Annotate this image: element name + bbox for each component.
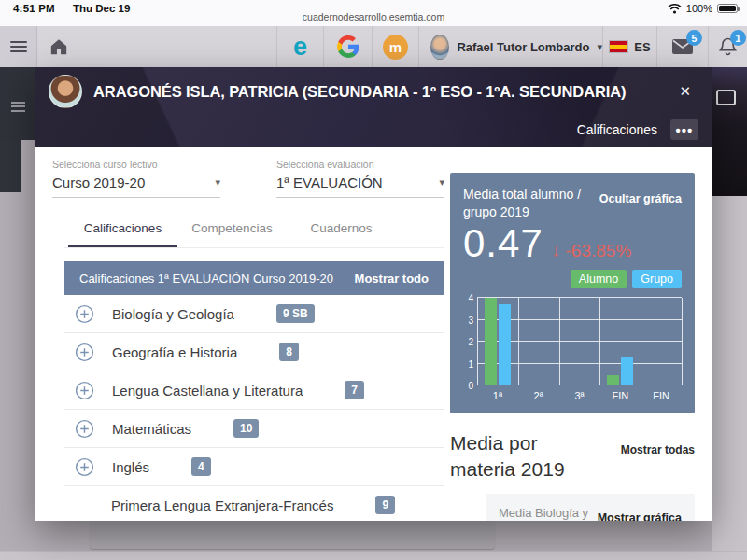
grade-badge: 8 bbox=[279, 343, 299, 361]
subject-label: Primera Lengua Extranjera-Francés bbox=[111, 497, 333, 513]
summary-column: Media total alumno / grupo 2019 Ocultar … bbox=[450, 173, 695, 521]
subject-average-label: Media Biología y Geología bbox=[499, 505, 598, 521]
y-tick-label: 3 bbox=[468, 315, 473, 325]
close-icon[interactable]: ✕ bbox=[671, 77, 698, 105]
google-logo-button[interactable] bbox=[323, 26, 372, 67]
average-chart-card: Media total alumno / grupo 2019 Ocultar … bbox=[450, 173, 695, 413]
tab-bar: Calificaciones Competencias Cuadernos bbox=[64, 212, 444, 248]
course-select-label: Selecciona curso lectivo bbox=[52, 159, 220, 170]
user-name: Rafael Tutor Lombardo bbox=[457, 40, 589, 54]
modal-nav-calificaciones[interactable]: Calificaciones bbox=[577, 122, 657, 137]
subject-label: Biología y Geología bbox=[112, 306, 234, 322]
legend-chip[interactable]: Grupo bbox=[632, 270, 682, 288]
table-row[interactable]: Matemáticas10 bbox=[64, 410, 444, 448]
student-title: ARAGONÉS ISLA, PATRICIA (SECUNDARIA - 1º… bbox=[93, 83, 671, 101]
grades-column: Selecciona curso lectivo Curso 2019-20 ▾… bbox=[52, 159, 446, 521]
dropdown-caret-icon: ▾ bbox=[215, 176, 220, 189]
tab-cuadernos[interactable]: Cuadernos bbox=[287, 212, 396, 247]
more-options-icon[interactable]: ••• bbox=[670, 119, 698, 140]
hamburger-icon bbox=[10, 38, 27, 55]
show-all-subjects-button[interactable]: Mostrar todas bbox=[621, 443, 695, 483]
grade-badge: 9 bbox=[375, 496, 395, 514]
chart-legend: Alumno Grupo bbox=[463, 270, 682, 288]
language-selector[interactable]: ES bbox=[602, 26, 656, 67]
browser-url[interactable]: cuadernodesarrollo.esemtia.com bbox=[0, 11, 747, 22]
course-select[interactable]: Selecciona curso lectivo Curso 2019-20 ▾ bbox=[52, 159, 220, 198]
y-tick-label: 2 bbox=[468, 337, 473, 347]
screen: { "status_bar": { "time": "4:51 PM", "da… bbox=[0, 0, 747, 560]
moodle-logo-button[interactable]: m bbox=[372, 26, 418, 67]
underlay-bottom-strip bbox=[0, 551, 747, 560]
evaluation-select-value: 1ª EVALUACIÓN bbox=[276, 175, 383, 190]
show-all-button[interactable]: Mostrar todo bbox=[355, 272, 429, 286]
y-tick-label: 4 bbox=[468, 293, 473, 303]
dropdown-caret-icon: ▾ bbox=[439, 176, 444, 189]
home-icon bbox=[49, 38, 68, 55]
legend-chip[interactable]: Alumno bbox=[571, 270, 627, 288]
bar-grupo bbox=[499, 304, 511, 385]
expand-plus-icon[interactable] bbox=[75, 304, 94, 324]
notifications-button[interactable]: 1 bbox=[708, 26, 747, 67]
chart-card-title: Media total alumno / grupo 2019 bbox=[463, 186, 599, 221]
home-button[interactable] bbox=[37, 26, 80, 67]
grade-badge: 9 SB bbox=[276, 304, 315, 323]
grades-table-title: Calificaciones 1ª EVALUACIÓN Curso 2019-… bbox=[79, 272, 333, 286]
table-row[interactable]: Lengua Castellana y Literatura7 bbox=[64, 371, 444, 410]
underlay-card-edge bbox=[90, 521, 495, 549]
hide-chart-button[interactable]: Ocultar gráfica bbox=[599, 192, 682, 221]
chart-plot bbox=[477, 298, 682, 385]
spain-flag-icon bbox=[609, 40, 628, 53]
underlay-dark-panel-left-lower bbox=[0, 140, 21, 192]
tab-competencias[interactable]: Competencias bbox=[177, 212, 287, 247]
expand-plus-icon[interactable] bbox=[75, 457, 94, 477]
expand-plus-icon[interactable] bbox=[75, 419, 94, 439]
table-row[interactable]: Inglés4 bbox=[64, 448, 444, 486]
expand-plus-icon[interactable] bbox=[75, 343, 94, 362]
underlay-hamburger-icon bbox=[11, 99, 25, 114]
average-delta: ↓ -63.85% bbox=[552, 241, 632, 261]
underlay-dark-panel-left bbox=[0, 67, 35, 140]
grades-table-header: Calificaciones 1ª EVALUACIÓN Curso 2019-… bbox=[64, 261, 444, 295]
app-header: e m Rafael Tutor Lombardo ▾ ES 5 1 bbox=[0, 26, 747, 67]
table-row[interactable]: Primera Lengua Extranjera-Francés9 bbox=[64, 486, 444, 521]
bar-group bbox=[518, 298, 559, 385]
grades-table: Calificaciones 1ª EVALUACIÓN Curso 2019-… bbox=[64, 261, 444, 521]
delta-arrow-icon: ↓ bbox=[552, 241, 561, 260]
messages-button[interactable]: 5 bbox=[656, 26, 708, 67]
menu-button[interactable] bbox=[0, 26, 37, 67]
table-row[interactable]: Biología y Geología9 SB bbox=[64, 295, 444, 333]
battery-percent: 100% bbox=[686, 3, 712, 14]
delta-value: -63.85% bbox=[566, 241, 632, 260]
bar-grupo bbox=[621, 357, 633, 385]
esemtia-logo-icon: e bbox=[293, 35, 307, 60]
media-section-title: Media por materia 2019 bbox=[450, 430, 604, 483]
average-value: 0.47 bbox=[463, 221, 543, 266]
esemtia-logo-button[interactable]: e bbox=[276, 26, 323, 67]
bar-group bbox=[477, 298, 518, 385]
wifi-icon bbox=[668, 4, 682, 14]
x-tick-label: 2ª bbox=[518, 390, 559, 401]
course-select-value: Curso 2019-20 bbox=[52, 175, 145, 190]
gridline-vertical bbox=[682, 298, 683, 385]
underlay-right-strip bbox=[712, 196, 747, 560]
table-row[interactable]: Geografía e Historia8 bbox=[64, 333, 444, 371]
bar-group bbox=[641, 298, 682, 385]
subject-label: Lengua Castellana y Literatura bbox=[112, 383, 303, 399]
y-tick-label: 0 bbox=[468, 381, 473, 391]
bar-alumno bbox=[607, 375, 619, 385]
tab-calificaciones[interactable]: Calificaciones bbox=[68, 212, 177, 247]
student-detail-modal: ARAGONÉS ISLA, PATRICIA (SECUNDARIA - 1º… bbox=[35, 67, 712, 521]
expand-plus-icon[interactable] bbox=[75, 381, 94, 400]
modal-header: ARAGONÉS ISLA, PATRICIA (SECUNDARIA - 1º… bbox=[35, 67, 712, 147]
battery-icon bbox=[717, 4, 738, 13]
notification-badge: 1 bbox=[730, 30, 746, 46]
bar-alumno bbox=[485, 298, 497, 385]
evaluation-select[interactable]: Selecciona evaluación 1ª EVALUACIÓN ▾ bbox=[276, 159, 444, 198]
y-tick-label: 1 bbox=[468, 358, 473, 369]
show-chart-button[interactable]: Mostrar gráfica bbox=[598, 511, 682, 521]
user-menu[interactable]: Rafael Tutor Lombardo ▾ bbox=[418, 26, 602, 67]
x-tick-label: 1ª bbox=[477, 390, 518, 401]
subject-label: Inglés bbox=[112, 459, 149, 475]
x-tick-label: FIN bbox=[599, 390, 641, 401]
student-avatar bbox=[49, 75, 82, 108]
